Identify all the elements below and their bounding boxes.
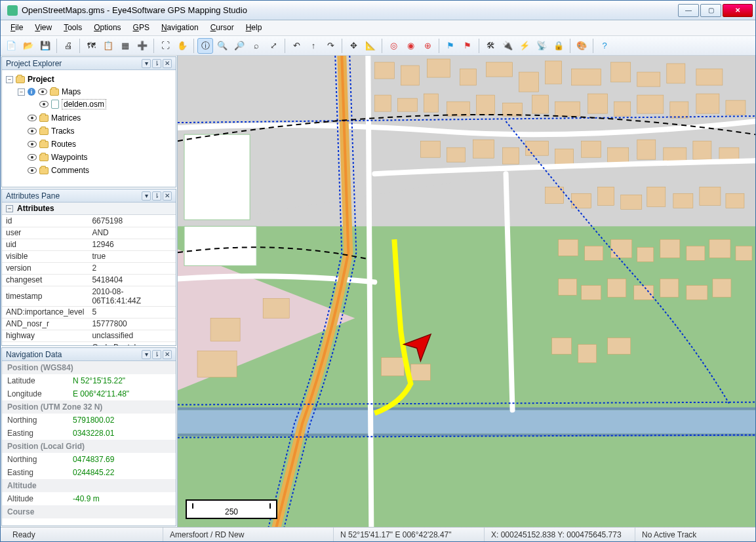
lock-icon[interactable]: 🔒: [551, 38, 567, 54]
pin-icon[interactable]: ⇂: [152, 191, 161, 201]
help-icon[interactable]: ?: [597, 38, 612, 54]
dropdown-icon[interactable]: ▾: [142, 59, 151, 68]
move-icon[interactable]: ✥: [346, 38, 361, 54]
eye-icon[interactable]: [28, 115, 37, 121]
attr-row[interactable]: highwayunclassified: [2, 330, 176, 341]
attr-row[interactable]: id6675198: [2, 215, 176, 227]
tree-matrices[interactable]: Matrices: [51, 113, 81, 123]
tree-root[interactable]: Project: [28, 75, 54, 84]
add-layer-icon[interactable]: 📋: [100, 38, 116, 54]
tree-waypoints[interactable]: Waypoints: [51, 153, 88, 162]
minimize-button[interactable]: —: [678, 4, 699, 17]
zoom-extent-icon[interactable]: ⛶: [157, 38, 173, 54]
redo-icon[interactable]: ↷: [323, 38, 338, 54]
nav-label: Latitude: [2, 374, 68, 387]
zoom-out-icon[interactable]: 🔎: [231, 38, 247, 54]
target2-icon[interactable]: ◉: [403, 38, 418, 54]
undo-icon[interactable]: ↶: [288, 38, 304, 54]
eye-icon[interactable]: [38, 88, 47, 95]
add-item-icon[interactable]: ➕: [134, 38, 150, 54]
pan-icon[interactable]: ✋: [174, 38, 190, 54]
attributes-header[interactable]: Attributes Pane ▾ ⇂ ✕: [2, 189, 176, 203]
svg-rect-6: [184, 226, 256, 265]
flag-blue-icon[interactable]: ⚑: [443, 38, 458, 54]
bolt-icon[interactable]: ⚡: [517, 38, 532, 54]
svg-rect-59: [709, 239, 730, 258]
nav-value: 0474837.69: [68, 453, 176, 466]
eye-icon[interactable]: [28, 167, 37, 174]
attr-row[interactable]: visibletrue: [2, 250, 176, 262]
tree-comments[interactable]: Comments: [51, 166, 89, 175]
status-projection: Amersfoort / RD New: [163, 528, 334, 541]
svg-rect-58: [686, 246, 705, 260]
menu-tools[interactable]: Tools: [58, 20, 88, 35]
dropdown-icon[interactable]: ▾: [142, 350, 151, 359]
svg-rect-62: [582, 285, 601, 300]
close-pane-icon[interactable]: ✕: [163, 59, 172, 68]
menu-gps[interactable]: GPS: [127, 20, 155, 35]
save-icon[interactable]: 💾: [37, 38, 53, 54]
close-pane-icon[interactable]: ✕: [163, 191, 172, 201]
tools-icon[interactable]: 🛠: [483, 38, 498, 54]
flag-red-icon[interactable]: ⚑: [460, 38, 475, 54]
add-map-icon[interactable]: 🗺: [83, 38, 99, 54]
pin-icon[interactable]: ⇂: [152, 59, 161, 68]
info-icon[interactable]: ⓘ: [197, 38, 213, 54]
map-canvas[interactable]: 250: [178, 56, 755, 527]
nav-label: Northing: [2, 453, 68, 466]
eye-icon[interactable]: [39, 101, 49, 107]
navigation-table[interactable]: Position (WGS84)LatitudeN 52°15'15.22"Lo…: [2, 361, 176, 518]
attributes-subheader[interactable]: −Attributes: [2, 203, 176, 215]
menu-help[interactable]: Help: [240, 20, 268, 35]
palette-icon[interactable]: 🎨: [574, 38, 589, 54]
attr-row[interactable]: version2: [2, 262, 176, 274]
project-explorer-header[interactable]: Project Explorer ▾ ⇂ ✕: [2, 57, 176, 70]
attr-val: 6675198: [88, 215, 176, 227]
menu-options[interactable]: Options: [88, 20, 127, 35]
svg-rect-7: [374, 62, 394, 79]
navigation-header[interactable]: Navigation Data ▾ ⇂ ✕: [2, 348, 176, 361]
attr-row[interactable]: timestamp2010-08-06T16:41:44Z: [2, 286, 176, 306]
menu-cursor[interactable]: Cursor: [205, 20, 240, 35]
nav-label: Northing: [2, 414, 68, 427]
pin-icon[interactable]: ⇂: [152, 350, 161, 359]
menu-navigation[interactable]: Navigation: [155, 20, 205, 35]
dropdown-icon[interactable]: ▾: [142, 191, 151, 201]
attr-row[interactable]: userAND: [2, 227, 176, 239]
attr-val: 5: [88, 306, 176, 318]
eye-icon[interactable]: [28, 141, 37, 147]
eye-icon[interactable]: [28, 128, 37, 134]
attr-row[interactable]: AND_nosr_r15777800: [2, 318, 176, 330]
open-icon[interactable]: 📂: [20, 38, 36, 54]
print-icon[interactable]: 🖨: [60, 38, 76, 54]
attr-row[interactable]: AND:importance_level5: [2, 306, 176, 318]
attr-row[interactable]: nameOude Benteloseweg: [2, 341, 176, 345]
close-pane-icon[interactable]: ✕: [163, 350, 172, 359]
tree-tracks[interactable]: Tracks: [51, 126, 75, 136]
grid-icon[interactable]: ▦: [117, 38, 133, 54]
up-icon[interactable]: ↑: [306, 38, 321, 54]
tree-maps[interactable]: Maps: [62, 87, 81, 96]
plug-icon[interactable]: 🔌: [500, 38, 515, 54]
menu-view[interactable]: View: [29, 20, 58, 35]
target-red-icon[interactable]: ◎: [386, 38, 401, 54]
project-tree[interactable]: −Project −iMaps delden.osm Matrices Trac…: [2, 70, 176, 187]
tree-routes[interactable]: Routes: [51, 140, 76, 149]
zoom-in-icon[interactable]: 🔍: [214, 38, 230, 54]
close-button[interactable]: [723, 4, 753, 17]
attributes-table[interactable]: id6675198userANDuid12946visibletrueversi…: [2, 215, 176, 345]
attr-row[interactable]: changeset5418404: [2, 274, 176, 286]
tree-file-delden[interactable]: delden.osm: [62, 99, 106, 109]
target3-icon[interactable]: ⊕: [420, 38, 435, 54]
menu-file[interactable]: File: [5, 20, 29, 35]
new-icon[interactable]: 📄: [3, 38, 19, 54]
maximize-button[interactable]: ▢: [700, 4, 721, 17]
svg-rect-34: [447, 147, 465, 162]
satellite-icon[interactable]: 📡: [534, 38, 549, 54]
attr-row[interactable]: uid12946: [2, 239, 176, 250]
eye-icon[interactable]: [28, 154, 37, 161]
svg-rect-48: [621, 195, 642, 209]
zoom-fit-icon[interactable]: ⤢: [266, 38, 281, 54]
measure-icon[interactable]: 📐: [363, 38, 378, 54]
zoom-window-icon[interactable]: ⌕: [249, 38, 264, 54]
